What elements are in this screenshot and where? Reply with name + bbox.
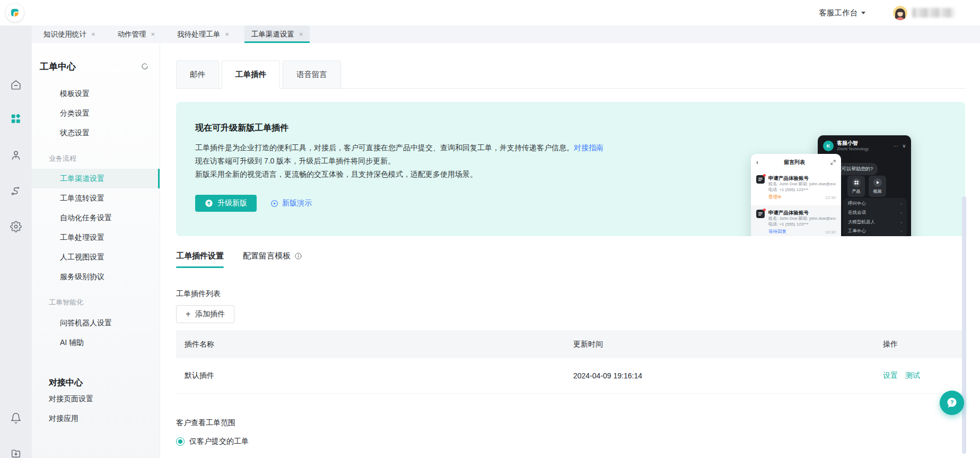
col-updated-time: 更新时间: [565, 340, 874, 349]
info-icon[interactable]: [294, 252, 302, 260]
sidebar-item-ticket-handling-settings[interactable]: 工单处理设置: [32, 228, 160, 247]
sidebar-item-manual-view-settings[interactable]: 人工视图设置: [32, 247, 160, 267]
play-circle-icon: [270, 200, 278, 208]
banner-preview-message-card: ‹ 留言列表 申请产品体验账号 姓名: John Doe 邮箱: john.do…: [751, 154, 841, 236]
collapse-icon: ∨: [902, 143, 906, 149]
sidebar-item-status-settings[interactable]: 状态设置: [32, 123, 160, 143]
message-item: 申请产品体验账号 姓名: John Doe 邮箱: john.doe@examp…: [751, 205, 841, 236]
workflow-icon[interactable]: [9, 184, 23, 198]
sidebar-title: 工单中心: [40, 61, 76, 73]
tab-label: 工单渠道设置: [251, 30, 294, 39]
help-button[interactable]: ?: [940, 391, 964, 415]
sidebar-item-ticket-flow-settings[interactable]: 工单流转设置: [32, 188, 160, 208]
chevron-right-icon: ›: [900, 229, 902, 234]
guide-link[interactable]: 对接指南: [574, 143, 603, 152]
sidebar-item-qa-bot-settings[interactable]: 问答机器人设置: [32, 313, 160, 333]
tab-label: 知识使用统计: [43, 30, 86, 39]
sidebar-item-integration-apps[interactable]: 对接应用: [32, 409, 160, 428]
setting-tabs: 工单插件设置 配置留言模板: [176, 244, 965, 268]
scope-label: 客户查看工单范围: [176, 418, 965, 428]
tab-email[interactable]: 邮件: [176, 61, 219, 88]
tab-action-management[interactable]: 动作管理 ×: [111, 25, 162, 43]
help-bubble-icon: ?: [944, 395, 959, 410]
expand-icon: [830, 158, 836, 167]
close-icon[interactable]: ×: [91, 31, 95, 38]
scope-option-customer-only[interactable]: 仅客户提交的工单: [176, 437, 965, 446]
widget-menu-item: 在线会话›: [848, 209, 902, 218]
banner-line-1: 工单插件是为企业打造的便利工具，对接后，客户可直接在您产品中提交、查询和回复工单…: [195, 141, 725, 154]
message-form-icon: [756, 175, 765, 184]
tab-ticket-plugin[interactable]: 工单插件: [222, 61, 280, 88]
tab-label: 我待处理工单: [177, 30, 220, 39]
caret-down-icon: [861, 12, 865, 14]
bell-icon[interactable]: [9, 411, 23, 425]
avatar[interactable]: [893, 6, 907, 20]
agent-icon[interactable]: [9, 149, 23, 162]
sidebar-section-business-flow: 业务流程: [32, 152, 160, 165]
tab-my-pending-tickets[interactable]: 我待处理工单 ×: [170, 25, 236, 43]
unread-dot: [763, 209, 766, 211]
widget-menu-item: 工单中心›: [848, 227, 902, 237]
add-plugin-button[interactable]: + 添加插件: [176, 305, 234, 323]
video-play-icon: [873, 178, 882, 187]
sidebar-item-template-settings[interactable]: 模板设置: [32, 84, 160, 103]
table-row: 默认插件 2024-04-09 19:16:14 设置 测试: [176, 358, 966, 394]
chevron-right-icon: ›: [900, 220, 902, 225]
more-icon: ···: [893, 143, 898, 149]
workspace-tabbar: 知识使用统计 × 动作管理 × 我待处理工单 × 工单渠道设置 ×: [32, 25, 980, 43]
home-icon[interactable]: [9, 78, 23, 92]
download-center-icon[interactable]: [9, 446, 23, 458]
workspace-switcher[interactable]: 客服工作台: [819, 8, 866, 18]
tab-message-template[interactable]: 配置留言模板: [243, 244, 302, 268]
upgrade-button[interactable]: 升级新版: [195, 195, 257, 212]
status-badge: 受理中: [768, 194, 782, 201]
tab-ticket-channel-settings[interactable]: 工单渠道设置 ×: [244, 25, 310, 43]
unread-dot: [763, 174, 766, 177]
plus-icon: +: [186, 310, 190, 318]
main-content: 邮件 工单插件 语音留言 现在可升级新版工单插件 工单插件是为企业打造的便利工具…: [160, 43, 980, 458]
user-name-redacted: [912, 8, 955, 18]
test-link[interactable]: 测试: [905, 371, 920, 379]
cell-actions: 设置 测试: [874, 371, 966, 381]
tab-plugin-settings[interactable]: 工单插件设置: [176, 244, 224, 268]
close-icon[interactable]: ×: [151, 31, 155, 38]
settings-gear-icon[interactable]: [9, 220, 23, 234]
demo-link[interactable]: 新版演示: [270, 198, 312, 208]
workspace-label: 客服工作台: [819, 8, 858, 18]
table-header: 插件名称 更新时间 操作: [176, 330, 966, 358]
message-form-icon: [756, 210, 765, 218]
sidebar-title-integration-center: 对接中心: [32, 376, 160, 389]
sidebar-item-automation-task-settings[interactable]: 自动化任务设置: [32, 208, 160, 228]
upgrade-icon: [205, 199, 213, 208]
banner-line-2: 现在访客端可升级到 7.0 版本，升级后工单插件将同步更新。: [195, 154, 725, 168]
sidebar-item-category-settings[interactable]: 分类设置: [32, 103, 160, 123]
sidebar-item-ticket-channel-settings[interactable]: 工单渠道设置: [32, 169, 160, 188]
app-logo-icon[interactable]: [6, 4, 24, 22]
sidebar-item-sla[interactable]: 服务级别协议: [32, 267, 160, 287]
close-icon[interactable]: ×: [225, 31, 229, 38]
radio-selected-icon[interactable]: [176, 437, 185, 446]
refresh-icon[interactable]: [141, 62, 149, 71]
widget-menu-item: 呼叫中心›: [848, 199, 902, 209]
sidebar-section-ticket-ai: 工单智能化: [32, 296, 160, 309]
status-badge: 等待回复: [768, 229, 786, 235]
col-actions: 操作: [874, 340, 966, 349]
tab-voice-message[interactable]: 语音留言: [283, 61, 341, 88]
message-item: 申请产品体验账号 姓名: John Doe 邮箱: john.doe@examp…: [751, 171, 841, 205]
banner-line-3: 新版采用全新的视觉语言，更流畅的交互体验，且支持深色模式，适配更多使用场景。: [195, 168, 725, 181]
cell-plugin-name: 默认插件: [176, 371, 565, 381]
settings-link[interactable]: 设置: [883, 371, 898, 379]
col-plugin-name: 插件名称: [176, 340, 565, 349]
apps-icon[interactable]: [9, 112, 23, 126]
sidebar-item-ai-assist[interactable]: AI 辅助: [32, 333, 160, 352]
widget-avatar: K: [823, 141, 834, 151]
plugin-list-title: 工单插件列表: [176, 289, 965, 299]
close-icon[interactable]: ×: [299, 31, 303, 38]
widget-menu: 呼叫中心› 在线会话› 大模型机器人› 工单中心›: [843, 198, 907, 236]
sidebar-item-integration-page-settings[interactable]: 对接页面设置: [32, 389, 160, 409]
topbar: 客服工作台: [0, 0, 980, 25]
scrollbar-thumb[interactable]: [962, 196, 966, 454]
tab-knowledge-stats[interactable]: 知识使用统计 ×: [37, 25, 102, 43]
svg-text:?: ?: [950, 399, 954, 405]
app-window: 客服工作台: [0, 0, 980, 458]
